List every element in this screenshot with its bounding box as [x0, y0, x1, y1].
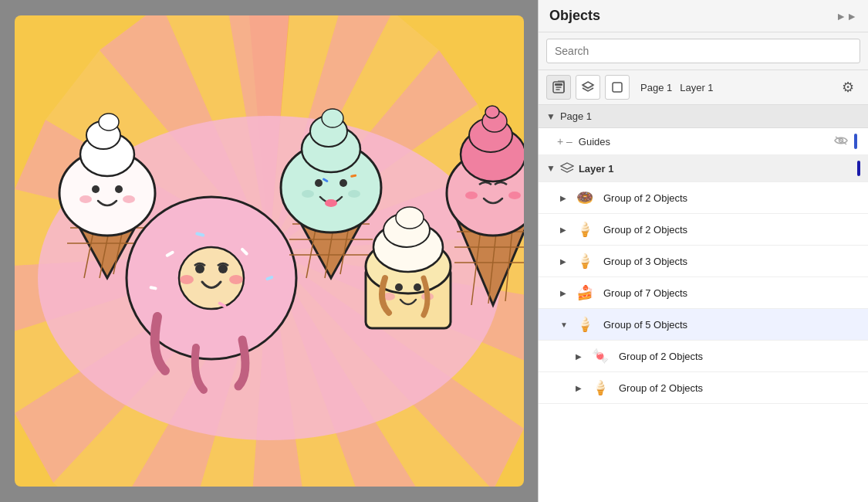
svg-point-54 — [218, 264, 228, 273]
svg-point-40 — [79, 195, 92, 203]
object-row-4[interactable]: ▶ 🍰 Group of 7 Objects — [539, 277, 868, 309]
svg-point-83 — [395, 283, 403, 291]
svg-point-82 — [396, 207, 424, 229]
object-row-2[interactable]: ▶ 🍦 Group of 2 Objects — [539, 214, 868, 246]
obj-chevron-right-5a: ▶ — [576, 352, 583, 361]
obj-label-5a: Group of 2 Objects — [619, 351, 703, 362]
artwork — [15, 15, 524, 487]
svg-point-55 — [180, 275, 194, 284]
page-row-label: Page 1 — [560, 110, 592, 122]
object-row-3[interactable]: ▶ 🍦 Group of 3 Objects — [539, 246, 868, 277]
obj-chevron-down-5: ▼ — [560, 321, 568, 329]
page-row[interactable]: ▼ Page 1 — [539, 105, 868, 128]
objects-panel: Objects ►► Pag — [538, 0, 868, 502]
guides-row[interactable]: + – Guides — [539, 128, 868, 155]
object-row-5[interactable]: ▼ 🍦 Group of 5 Objects — [539, 309, 868, 341]
object-icon-btn[interactable] — [605, 75, 630, 100]
obj-thumb-2: 🍦 — [574, 219, 596, 240]
obj-thumb-5b: 🍦 — [589, 377, 611, 399]
toolbar-row: Page 1 Layer 1 ⚙ — [539, 70, 868, 105]
svg-rect-104 — [613, 83, 622, 92]
page-chevron-down: ▼ — [546, 111, 556, 122]
guides-visibility-icon[interactable] — [834, 135, 848, 148]
obj-chevron-right-4: ▶ — [560, 289, 568, 297]
obj-thumb-5: 🍦 — [574, 314, 596, 335]
layer-color-bar — [857, 161, 860, 176]
svg-point-96 — [465, 192, 478, 199]
obj-thumb-3: 🍦 — [574, 250, 596, 272]
svg-point-101 — [485, 106, 499, 118]
obj-label-3: Group of 3 Objects — [603, 256, 687, 267]
obj-thumb-5a: 🍬 — [589, 345, 611, 367]
obj-label-1: Group of 2 Objects — [603, 192, 687, 204]
svg-point-67 — [339, 179, 347, 187]
sub-object-row-5a[interactable]: ▶ 🍬 Group of 2 Objects — [539, 341, 868, 372]
layer-label: Layer 1 — [680, 82, 713, 93]
tree-area: ▼ Page 1 + – Guides ▼ — [539, 105, 868, 502]
svg-point-77 — [322, 109, 343, 127]
svg-point-38 — [92, 185, 100, 193]
obj-chevron-right-5b: ▶ — [576, 384, 583, 392]
svg-point-70 — [325, 199, 337, 207]
svg-point-84 — [414, 283, 421, 291]
obj-chevron-right-1: ▶ — [560, 194, 568, 202]
obj-label-5: Group of 5 Objects — [603, 319, 687, 331]
svg-point-69 — [348, 190, 360, 198]
svg-point-66 — [315, 179, 323, 187]
panel-title: Objects — [549, 8, 600, 24]
svg-point-56 — [229, 275, 243, 284]
svg-point-53 — [195, 264, 204, 273]
obj-thumb-1: 🍩 — [574, 187, 596, 209]
obj-label-4: Group of 7 Objects — [603, 287, 687, 299]
guides-plus-icon: + – — [557, 135, 572, 148]
obj-label-5b: Group of 2 Objects — [619, 382, 703, 394]
pages-icon-btn[interactable] — [546, 75, 571, 100]
svg-point-41 — [123, 195, 135, 203]
search-bar — [539, 32, 868, 70]
canvas-area — [0, 0, 538, 502]
layer-row[interactable]: ▼ Layer 1 — [539, 155, 868, 182]
layers-icon-btn[interactable] — [576, 75, 600, 100]
sub-object-row-5b[interactable]: ▶ 🍦 Group of 2 Objects — [539, 372, 868, 404]
object-row-1[interactable]: ▶ 🍩 Group of 2 Objects — [539, 182, 868, 214]
obj-chevron-right-2: ▶ — [560, 226, 568, 234]
svg-point-44 — [99, 114, 119, 131]
gear-button[interactable]: ⚙ — [836, 75, 860, 100]
guides-icons — [834, 134, 857, 149]
svg-point-68 — [302, 190, 314, 198]
obj-label-2: Group of 2 Objects — [603, 224, 687, 236]
svg-point-97 — [508, 192, 521, 199]
panel-header: Objects ►► — [539, 0, 868, 32]
layer-stack-icon — [560, 162, 574, 175]
svg-rect-103 — [555, 83, 562, 86]
layer-chevron: ▼ — [546, 163, 556, 174]
obj-thumb-4: 🍰 — [574, 282, 596, 304]
guides-label: Guides — [579, 136, 834, 148]
svg-point-39 — [115, 185, 123, 193]
layer-name: Layer 1 — [579, 163, 857, 175]
search-input[interactable] — [546, 39, 860, 63]
page-label: Page 1 — [640, 82, 672, 93]
guides-lock-indicator — [854, 134, 857, 149]
obj-chevron-right-3: ▶ — [560, 257, 568, 266]
panel-collapse-icon[interactable]: ►► — [836, 10, 857, 22]
